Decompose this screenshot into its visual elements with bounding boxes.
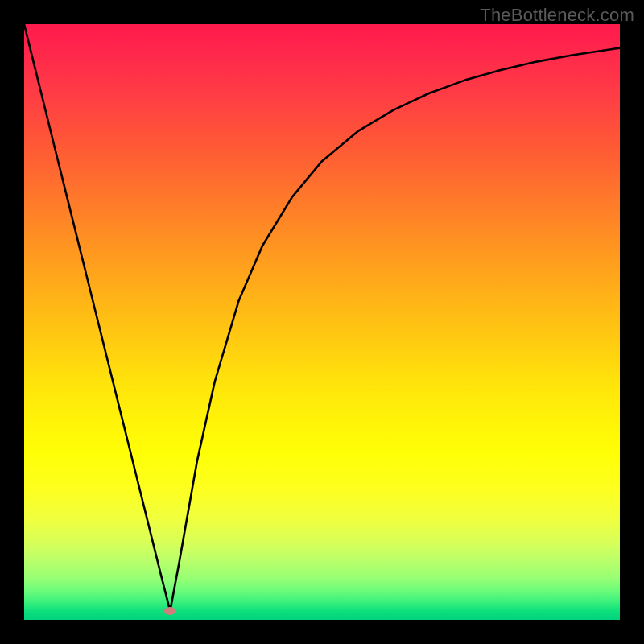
minimum-marker — [164, 607, 175, 615]
v-curve — [24, 24, 620, 620]
watermark-text: TheBottleneck.com — [480, 5, 634, 26]
plot-area — [24, 24, 620, 620]
chart-frame: TheBottleneck.com — [0, 0, 644, 644]
curve-path — [24, 24, 620, 611]
